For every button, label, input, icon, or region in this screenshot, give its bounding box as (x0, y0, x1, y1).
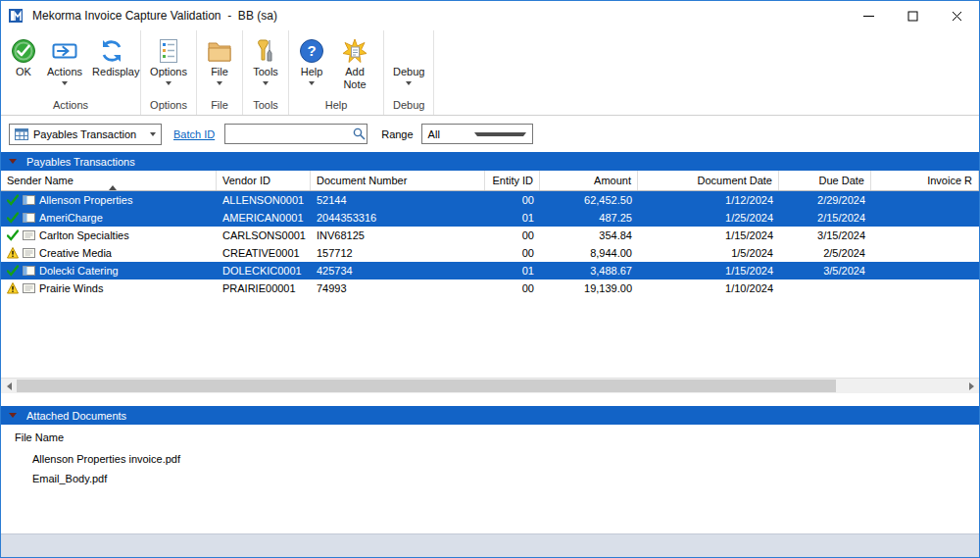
app-icon (9, 8, 26, 24)
due-date: 2/5/2024 (779, 244, 871, 262)
debug-button[interactable]: Debug (388, 33, 429, 86)
help-button[interactable]: ? Help (293, 33, 330, 86)
search-icon[interactable] (351, 127, 367, 140)
batch-id-input[interactable] (225, 126, 351, 142)
column-header-due-date[interactable]: Due Date (779, 171, 871, 190)
vendor-id: AMERICAN0001 (217, 209, 311, 227)
list-item[interactable]: Email_Body.pdf (1, 469, 979, 488)
minimize-button[interactable] (847, 1, 891, 30)
table-row[interactable]: Dolecki Catering DOLECKIC0001 425734 01 … (1, 262, 979, 279)
attached-documents-area: File Name Allenson Properties invoice.pd… (1, 425, 979, 534)
entity-id: 00 (485, 244, 540, 262)
debug-label: Debug (393, 66, 424, 78)
file-button[interactable]: File (201, 33, 238, 86)
add-note-icon (342, 36, 368, 66)
maximize-button[interactable] (891, 1, 935, 30)
redisplay-label: Redisplay (92, 66, 131, 78)
amount: 3,488.67 (540, 262, 638, 279)
document-date: 1/15/2024 (638, 227, 779, 244)
entity-id: 00 (485, 227, 540, 244)
document-number: 425734 (311, 262, 485, 279)
chevron-down-icon (309, 81, 315, 85)
file-name-column-header: File Name (1, 425, 979, 449)
column-header-invoice-received[interactable]: Invoice R (871, 171, 979, 190)
actions-button[interactable]: Actions (42, 33, 87, 86)
amount: 19,139.00 (540, 279, 638, 297)
help-label: Help (301, 66, 323, 78)
close-button[interactable] (935, 1, 979, 30)
document-number: INV68125 (311, 227, 485, 244)
redisplay-button[interactable]: Redisplay (87, 33, 136, 79)
ribbon-group-debug: Debug Debug (384, 30, 434, 115)
due-date: 3/15/2024 (779, 227, 871, 244)
column-header-document-number[interactable]: Document Number (311, 171, 485, 190)
column-header-amount[interactable]: Amount (540, 171, 638, 190)
document-date: 1/25/2024 (638, 209, 779, 227)
document-icon (23, 229, 35, 241)
scrollbar-thumb[interactable] (17, 380, 836, 392)
tools-button[interactable]: Tools (247, 33, 284, 86)
ribbon-group-label-tools: Tools (247, 98, 284, 115)
table-row[interactable]: Prairie Winds PRAIRIE00001 74993 00 19,1… (1, 279, 979, 297)
help-icon: ? (299, 36, 324, 66)
transactions-column-header-row: Sender Name Vendor ID Document Number En… (1, 171, 979, 191)
ok-icon (11, 36, 36, 66)
ribbon-group-options: Options Options (141, 30, 197, 115)
options-button[interactable]: Options (145, 33, 192, 86)
document-date: 1/12/2024 (638, 191, 779, 209)
batch-id-link[interactable]: Batch ID (173, 128, 215, 140)
ribbon-group-label-actions: Actions (5, 98, 136, 115)
table-row[interactable]: Creative Media CREATIVE0001 157712 00 8,… (1, 244, 979, 262)
options-icon (157, 36, 180, 66)
column-header-sender-name[interactable]: Sender Name (1, 171, 217, 190)
window-title: Mekorma Invoice Capture Validation - BB … (32, 9, 847, 23)
attached-documents-title: Attached Documents (26, 410, 126, 422)
add-note-button[interactable]: Add Note (330, 33, 379, 91)
document-date: 1/15/2024 (638, 262, 779, 279)
svg-text:?: ? (307, 42, 316, 59)
amount: 487.25 (540, 209, 638, 227)
document-number: 157712 (311, 244, 485, 262)
due-date: 2/15/2024 (779, 209, 871, 227)
attachment-icon (23, 194, 35, 206)
invoice-received (871, 244, 979, 262)
ok-label: OK (16, 66, 31, 78)
sender-name: AmeriCharge (39, 212, 103, 224)
chevron-down-icon (62, 81, 68, 85)
actions-icon (52, 36, 77, 66)
invoice-received (871, 262, 979, 279)
scrollbar-track[interactable] (17, 379, 963, 393)
document-icon (23, 282, 35, 294)
attached-documents-header[interactable]: Attached Documents (1, 406, 979, 425)
range-dropdown[interactable]: All (421, 124, 533, 144)
horizontal-scrollbar[interactable] (1, 378, 979, 393)
ok-button[interactable]: OK (5, 33, 42, 79)
range-value: All (428, 128, 474, 140)
redisplay-icon (99, 36, 124, 66)
column-header-entity-id[interactable]: Entity ID (485, 171, 540, 190)
column-header-document-date[interactable]: Document Date (638, 171, 779, 190)
view-selector-dropdown[interactable]: Payables Transaction (9, 124, 162, 145)
ok-check-icon (7, 194, 19, 206)
app-window: Mekorma Invoice Capture Validation - BB … (0, 0, 980, 558)
payables-transactions-header[interactable]: Payables Transactions (1, 152, 979, 171)
ribbon-group-label-debug: Debug (388, 98, 429, 115)
column-header-vendor-id[interactable]: Vendor ID (217, 171, 311, 190)
scroll-left-button[interactable] (1, 379, 17, 393)
scroll-right-button[interactable] (963, 379, 979, 393)
table-row[interactable]: Allenson Properties ALLENSON0001 52144 0… (1, 191, 979, 209)
collapse-icon[interactable] (9, 159, 17, 164)
due-date: 3/5/2024 (779, 262, 871, 279)
table-row[interactable]: AmeriCharge AMERICAN0001 2044353316 01 4… (1, 209, 979, 227)
chevron-down-icon (217, 81, 222, 85)
sender-name: Creative Media (39, 247, 112, 259)
list-item[interactable]: Allenson Properties invoice.pdf (1, 449, 979, 469)
collapse-icon[interactable] (9, 413, 17, 418)
title-bar: Mekorma Invoice Capture Validation - BB … (1, 1, 979, 30)
sort-indicator-icon (109, 185, 117, 190)
attachment-icon (23, 265, 35, 277)
batch-id-search-box (224, 124, 368, 144)
due-date (779, 279, 871, 297)
sender-name: Dolecki Catering (39, 265, 119, 277)
table-row[interactable]: Carlton Specialties CARLSONS0001 INV6812… (1, 227, 979, 244)
